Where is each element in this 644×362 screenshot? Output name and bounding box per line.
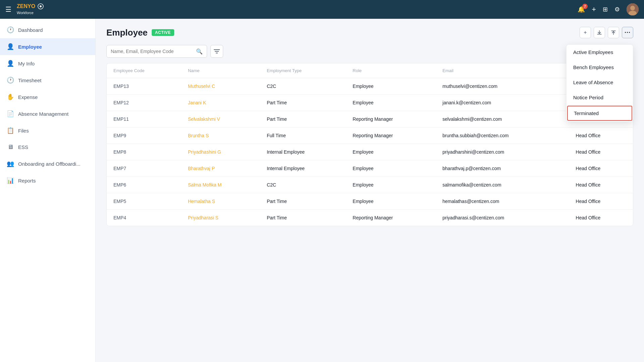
sidebar-label-my-info: My Info xyxy=(18,61,35,66)
sidebar-item-timesheet[interactable]: 🕐 Timesheet xyxy=(0,72,95,89)
hamburger-icon[interactable]: ☰ xyxy=(5,5,11,13)
table-row[interactable]: EMP4 Priyadharasi S Part Time Reporting … xyxy=(107,210,633,226)
emp-office: Head Office xyxy=(569,210,633,226)
dropdown-item-leave[interactable]: Leave of Absence xyxy=(566,75,633,90)
emp-type: Full Time xyxy=(260,127,346,144)
dropdown-item-terminated[interactable]: Terminated xyxy=(567,106,632,121)
table-row[interactable]: EMP12 Janani K Part Time Employee janani… xyxy=(107,95,633,111)
filter-button[interactable] xyxy=(210,45,223,58)
sidebar-label-employee: Employee xyxy=(18,44,42,50)
table-col-employment-type: Employment Type xyxy=(260,63,346,78)
table-header-row: Employee CodeNameEmployment TypeRoleEmai… xyxy=(107,63,633,78)
dropdown-item-bench[interactable]: Bench Employees xyxy=(566,60,633,75)
main-content: Employee ACTIVE + ··· xyxy=(96,19,644,362)
download-button[interactable] xyxy=(608,27,619,38)
sidebar-item-absence[interactable]: 📄 Absence Management xyxy=(0,105,95,122)
emp-name[interactable]: Priyadharasi S xyxy=(181,210,260,226)
search-input[interactable] xyxy=(111,49,196,54)
sidebar-item-expense[interactable]: ✋ Expense xyxy=(0,89,95,105)
table-row[interactable]: EMP6 Salma Mofika M C2C Employee salmamo… xyxy=(107,177,633,193)
absence-icon: 📄 xyxy=(7,110,14,117)
sidebar-item-my-info[interactable]: 👤 My Info xyxy=(0,55,95,72)
topbar-right: 🔔 7 + ⊞ ⚙ xyxy=(578,3,639,15)
emp-office: Head Office xyxy=(569,193,633,210)
topbar: ☰ ZENYO Workforce 🔔 7 + ⊞ ⚙ xyxy=(0,0,644,19)
export-icon xyxy=(597,30,602,35)
search-box[interactable]: 🔍 xyxy=(106,45,207,58)
sidebar-item-reports[interactable]: 📊 Reports xyxy=(0,172,95,189)
sidebar-item-files[interactable]: 📋 Files xyxy=(0,122,95,139)
emp-role: Employee xyxy=(346,144,436,160)
table-row[interactable]: EMP8 Priyadhashini G Internal Employee E… xyxy=(107,144,633,160)
emp-code: EMP13 xyxy=(107,78,181,95)
topbar-left: ☰ ZENYO Workforce xyxy=(5,3,44,16)
page-title: Employee xyxy=(106,28,148,38)
emp-email: salmamofika@centizen.com xyxy=(436,177,569,193)
sidebar-item-onboarding[interactable]: 👥 Onboarding and Offboardi... xyxy=(0,155,95,172)
onboarding-icon: 👥 xyxy=(7,160,14,167)
add-button[interactable]: + xyxy=(580,27,591,38)
svg-point-3 xyxy=(630,6,635,10)
emp-role: Employee xyxy=(346,177,436,193)
emp-name[interactable]: Janani K xyxy=(181,95,260,111)
emp-email: priyadharshini@centizen.com xyxy=(436,144,569,160)
emp-code: EMP11 xyxy=(107,111,181,127)
sidebar-label-onboarding: Onboarding and Offboardi... xyxy=(18,161,81,167)
emp-email: hemalathas@centizen.com xyxy=(436,193,569,210)
notification-icon[interactable]: 🔔 7 xyxy=(578,6,585,13)
add-icon[interactable]: + xyxy=(592,5,596,14)
more-options-button[interactable]: ··· xyxy=(622,27,633,38)
emp-name[interactable]: Bruntha S xyxy=(181,127,260,144)
sidebar-label-files: Files xyxy=(18,128,29,134)
table-row[interactable]: EMP11 Selvalakshmi V Part Time Reporting… xyxy=(107,111,633,127)
logo-icon xyxy=(38,3,44,9)
emp-name[interactable]: Priyadhashini G xyxy=(181,144,260,160)
my-info-icon: 👤 xyxy=(7,60,14,67)
filter-icon xyxy=(214,49,220,54)
emp-code: EMP4 xyxy=(107,210,181,226)
emp-role: Employee xyxy=(346,95,436,111)
emp-name[interactable]: Bharathvaj P xyxy=(181,160,260,177)
dropdown-item-notice[interactable]: Notice Period xyxy=(566,90,633,105)
sidebar-item-employee[interactable]: 👤 Employee xyxy=(0,38,95,55)
settings-icon[interactable]: ⚙ xyxy=(614,6,620,13)
table-row[interactable]: EMP9 Bruntha S Full Time Reporting Manag… xyxy=(107,127,633,144)
emp-type: Internal Employee xyxy=(260,160,346,177)
table-row[interactable]: EMP5 Hemalatha S Part Time Employee hema… xyxy=(107,193,633,210)
avatar[interactable] xyxy=(627,3,639,15)
logo-accent: ZENYO xyxy=(17,3,35,9)
emp-name[interactable]: Selvalakshmi V xyxy=(181,111,260,127)
page-header: Employee ACTIVE + ··· xyxy=(106,27,633,38)
table-col-employee-code: Employee Code xyxy=(107,63,181,78)
table-col-name: Name xyxy=(181,63,260,78)
sidebar-item-dashboard[interactable]: 🕐 Dashboard xyxy=(0,21,95,38)
emp-role: Reporting Manager xyxy=(346,111,436,127)
export-button[interactable] xyxy=(594,27,605,38)
table-row[interactable]: EMP13 Muthuselvi C C2C Employee muthusel… xyxy=(107,78,633,95)
emp-type: C2C xyxy=(260,78,346,95)
sidebar-item-ess[interactable]: 🖥 ESS xyxy=(0,139,95,155)
avatar-image xyxy=(627,3,639,15)
search-icon: 🔍 xyxy=(196,48,203,55)
ess-icon: 🖥 xyxy=(7,144,14,151)
dropdown-item-active[interactable]: Active Employees xyxy=(566,45,633,60)
sidebar-label-expense: Expense xyxy=(18,94,38,100)
svg-point-1 xyxy=(40,5,42,7)
emp-email: janani.k@centizen.com xyxy=(436,95,569,111)
timesheet-icon: 🕐 xyxy=(7,76,14,84)
download-icon xyxy=(611,30,616,35)
emp-type: Part Time xyxy=(260,95,346,111)
emp-name[interactable]: Hemalatha S xyxy=(181,193,260,210)
emp-email: priyadharasi.s@centizen.com xyxy=(436,210,569,226)
emp-role: Employee xyxy=(346,160,436,177)
emp-name[interactable]: Salma Mofika M xyxy=(181,177,260,193)
emp-type: Part Time xyxy=(260,111,346,127)
emp-role: Employee xyxy=(346,78,436,95)
reports-icon: 📊 xyxy=(7,177,14,184)
logo-text: ZENYO Workforce xyxy=(17,3,44,16)
table-row[interactable]: EMP7 Bharathvaj P Internal Employee Empl… xyxy=(107,160,633,177)
emp-name[interactable]: Muthuselvi C xyxy=(181,78,260,95)
search-row: 🔍 xyxy=(106,45,633,58)
status-badge: ACTIVE xyxy=(152,29,174,36)
grid-icon[interactable]: ⊞ xyxy=(603,6,608,13)
